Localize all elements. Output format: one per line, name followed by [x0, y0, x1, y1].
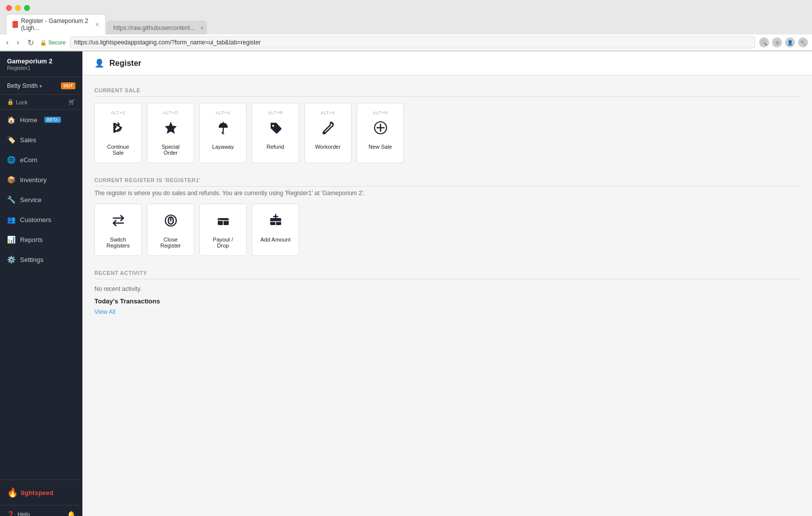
new-sale-icon [373, 120, 388, 139]
special-order-card[interactable]: ALT+O Special Order [147, 103, 194, 163]
lock-icon: 🔒 [40, 39, 47, 46]
payout-drop-card[interactable]: Payout / Drop [199, 204, 247, 256]
inactive-tab-label: https://raw.githubusercontent... [113, 24, 195, 31]
active-tab-close[interactable]: ✕ [95, 21, 99, 28]
cart-button[interactable]: 🛒 [68, 99, 75, 105]
page-title: Register [109, 59, 141, 68]
sidebar-item-home[interactable]: 🏠 Home BETA [0, 110, 82, 130]
back-button[interactable]: ‹ [4, 37, 10, 48]
flame-icon: 🔥 [7, 487, 18, 498]
new-sale-shortcut: ALT+N [373, 110, 388, 115]
register-name: Register1 [7, 65, 75, 71]
forward-button[interactable]: › [14, 37, 21, 48]
layaway-label: Layaway [212, 144, 234, 150]
close-window-button[interactable] [6, 5, 12, 11]
customers-icon: 👥 [7, 216, 15, 224]
layaway-card[interactable]: ALT+A Layaway [199, 103, 247, 163]
lock-button[interactable]: 🔒 Lock [7, 99, 27, 105]
logo-text: lightspeed [21, 489, 53, 497]
extension-button[interactable]: 🔧 [798, 37, 808, 47]
user-menu[interactable]: Betty Smith ▾ OUT [0, 77, 82, 95]
search-button[interactable]: 🔍 [759, 37, 769, 47]
continue-sale-icon [111, 120, 126, 139]
payout-drop-label: Payout / Drop [208, 237, 238, 249]
special-order-shortcut: ALT+O [163, 110, 178, 115]
layaway-shortcut: ALT+A [216, 110, 231, 115]
secure-badge: 🔒 Secure [40, 39, 66, 46]
sidebar-item-service[interactable]: 🔧 Service [0, 190, 82, 210]
sidebar-item-reports[interactable]: 📊 Reports [0, 230, 82, 250]
settings-icon: ⚙️ [7, 256, 15, 263]
refund-icon [268, 120, 283, 139]
out-badge: OUT [61, 82, 75, 89]
refund-shortcut: ALT+R [268, 110, 283, 115]
workorder-card[interactable]: ALT+K Workorder [304, 103, 352, 163]
sidebar-item-ecom-label: eCom [20, 156, 37, 164]
page-header: 👤 Register [82, 51, 812, 75]
refund-card[interactable]: ALT+R Refund [252, 103, 299, 163]
notification-icon[interactable]: 🔔 [67, 511, 75, 516]
recent-activity-section: RECENT ACTIVITY No recent activity. Toda… [94, 270, 800, 316]
close-register-icon [163, 213, 178, 232]
sidebar-nav: 🏠 Home BETA 🏷️ Sales 🌐 eCom 📦 Inventory … [0, 110, 82, 480]
current-sale-actions: ALT+S Continue Sale [94, 103, 800, 163]
sidebar-item-ecom[interactable]: 🌐 eCom [0, 150, 82, 170]
sidebar-item-reports-label: Reports [20, 236, 43, 244]
special-order-icon [163, 120, 178, 139]
sidebar-item-service-label: Service [20, 196, 41, 204]
current-register-heading: CURRENT REGISTER IS 'REGISTER1' [94, 177, 800, 187]
current-register-section: CURRENT REGISTER IS 'REGISTER1' The regi… [94, 177, 800, 256]
address-bar: ‹ › ↻ 🔒 Secure 🔍 ☆ 👤 🔧 [0, 34, 812, 51]
secure-label: Secure [48, 39, 66, 45]
close-register-card[interactable]: Close Register [147, 204, 194, 256]
lightspeed-logo: 🔥 lightspeed [7, 487, 75, 498]
sidebar-item-customers-label: Customers [20, 216, 51, 224]
payout-drop-icon [216, 213, 231, 232]
home-beta-badge: BETA [44, 117, 61, 123]
view-all-link[interactable]: View All [94, 308, 115, 315]
continue-sale-label: Continue Sale [103, 144, 133, 156]
continue-sale-card[interactable]: ALT+S Continue Sale [94, 103, 142, 163]
layaway-icon [216, 120, 231, 139]
sidebar-item-customers[interactable]: 👥 Customers [0, 210, 82, 230]
lock-label: Lock [16, 99, 27, 105]
reports-icon: 📊 [7, 236, 15, 244]
app-layout: Gameporium 2 Register1 Betty Smith ▾ OUT… [0, 51, 812, 516]
bookmark-button[interactable]: ☆ [772, 37, 782, 47]
sidebar-item-home-label: Home [20, 116, 37, 124]
current-sale-heading: CURRENT SALE [94, 87, 800, 97]
register-actions: Switch Registers Close R [94, 204, 800, 256]
active-tab[interactable]: Register - Gameporium 2 (Ligh... ✕ [6, 14, 106, 34]
url-input[interactable] [70, 36, 755, 48]
sidebar-footer: 🔥 lightspeed [0, 480, 82, 505]
inactive-tab-close[interactable]: ✕ [200, 25, 204, 31]
reload-button[interactable]: ↻ [25, 37, 36, 48]
help-label: Help [17, 511, 30, 516]
add-amount-card[interactable]: Add Amount [252, 204, 299, 256]
workorder-shortcut: ALT+K [321, 110, 336, 115]
new-sale-card[interactable]: ALT+N New Sale [357, 103, 404, 163]
recent-activity-heading: RECENT ACTIVITY [94, 270, 800, 279]
maximize-window-button[interactable] [24, 5, 30, 11]
browser-tabs: Register - Gameporium 2 (Ligh... ✕ https… [0, 14, 812, 34]
help-button[interactable]: ❓ Help [7, 511, 30, 516]
minimize-window-button[interactable] [15, 5, 21, 11]
service-icon: 🔧 [7, 196, 15, 204]
browser-actions: 🔍 ☆ 👤 🔧 [759, 37, 808, 47]
sidebar-item-settings[interactable]: ⚙️ Settings [0, 250, 82, 269]
help-row: ❓ Help 🔔 [0, 505, 82, 516]
sidebar-item-inventory[interactable]: 📦 Inventory [0, 170, 82, 190]
current-sale-section: CURRENT SALE ALT+S [94, 87, 800, 163]
browser-chrome: Register - Gameporium 2 (Ligh... ✕ https… [0, 0, 812, 51]
switch-registers-card[interactable]: Switch Registers [94, 204, 142, 256]
store-name: Gameporium 2 [7, 57, 75, 65]
profile-button[interactable]: 👤 [785, 37, 795, 47]
continue-sale-shortcut: ALT+S [111, 110, 126, 115]
home-icon: 🏠 [7, 116, 15, 124]
sidebar-item-sales[interactable]: 🏷️ Sales [0, 130, 82, 150]
svg-marker-0 [165, 122, 177, 134]
refund-label: Refund [267, 144, 284, 150]
inactive-tab[interactable]: https://raw.githubusercontent... ✕ [107, 21, 207, 34]
svg-point-3 [272, 125, 274, 127]
sidebar-header: Gameporium 2 Register1 [0, 51, 82, 77]
